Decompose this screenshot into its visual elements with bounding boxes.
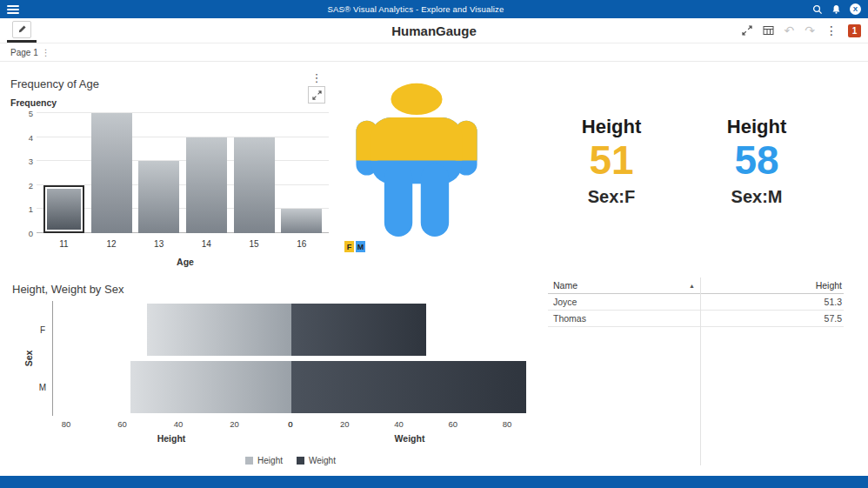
bf-height-bar-M[interactable] xyxy=(130,361,291,413)
kpi-female[interactable]: Height 51 Sex:F xyxy=(546,116,677,207)
bf-legend: HeightWeight xyxy=(52,456,529,465)
chart-menu-icon[interactable]: ⋮ xyxy=(311,72,323,84)
freq-xaxis-title: Age xyxy=(37,257,334,267)
more-options-icon[interactable]: ⋮ xyxy=(825,24,838,37)
freq-bar-age-13[interactable] xyxy=(138,161,179,233)
freq-ytick-label: 3 xyxy=(21,157,33,166)
freq-ytick-label: 5 xyxy=(21,109,33,118)
search-icon[interactable] xyxy=(812,4,823,15)
table-body: Joyce51.3Thomas57.5 xyxy=(548,294,844,327)
figure-head xyxy=(391,84,442,115)
app-header: SAS® Visual Analytics - Explore and Visu… xyxy=(0,0,868,18)
height-table: Name ▲ Height Joyce51.3Thomas57.5 xyxy=(548,277,844,327)
gauge-legend-m: M xyxy=(356,241,365,252)
freq-ytick-label: 4 xyxy=(21,133,33,143)
table-cell-height: 51.3 xyxy=(700,294,844,310)
page-tab-bar: Page 1 ⋮ xyxy=(0,43,868,62)
sort-ascending-icon[interactable]: ▲ xyxy=(689,283,695,289)
kpi-value: 51 xyxy=(546,138,677,184)
edit-pencil-icon[interactable] xyxy=(12,21,31,38)
bf-tick-label: 20 xyxy=(340,419,350,429)
table-header: Name ▲ Height xyxy=(548,277,844,294)
freq-bar-age-11[interactable] xyxy=(43,185,84,233)
legend-swatch xyxy=(297,457,304,465)
legend-swatch xyxy=(245,457,253,465)
bf-row-F: F xyxy=(53,301,529,358)
undo-icon[interactable]: ↶ xyxy=(785,24,795,37)
bf-tick-label: 60 xyxy=(117,419,127,429)
app-title: SAS® Visual Analytics - Explore and Visu… xyxy=(19,4,812,14)
bf-tick-label: 20 xyxy=(230,419,239,429)
kpi-male[interactable]: Height 58 Sex:M xyxy=(691,116,822,207)
report-toolbar: HumanGauge ↶ ↷ ⋮ 1 xyxy=(0,18,868,43)
show-data-icon[interactable] xyxy=(763,25,774,36)
bf-category-label: M xyxy=(37,383,48,392)
notifications-bell-icon[interactable] xyxy=(831,4,841,15)
table-row[interactable]: Joyce51.3 xyxy=(548,294,844,311)
bf-tick-label: 40 xyxy=(394,419,404,429)
report-title: HumanGauge xyxy=(0,23,868,38)
freq-xtick-label: 14 xyxy=(183,239,230,249)
bf-weight-bar-M[interactable] xyxy=(291,361,526,413)
bf-ticks: 806040200020406080 xyxy=(52,419,529,431)
alert-badge[interactable]: 1 xyxy=(848,24,861,37)
kpi-title: Height xyxy=(691,116,822,138)
user-avatar[interactable]: X xyxy=(850,3,861,15)
legend-item-height: Height xyxy=(245,456,283,465)
freq-xtick-label: 15 xyxy=(230,239,278,249)
tab-menu-icon[interactable]: ⋮ xyxy=(42,48,50,57)
table-cell-name: Thomas xyxy=(548,311,700,326)
freq-bar-slot xyxy=(183,113,230,233)
chart-expand-icon[interactable] xyxy=(308,86,325,104)
freq-ytick-label: 0 xyxy=(21,229,33,238)
bf-weight-bar-F[interactable] xyxy=(291,304,426,356)
table-header-name[interactable]: Name ▲ xyxy=(548,277,700,293)
bf-body: Sex FM 806040200020406080 Height Weight xyxy=(52,301,529,445)
bf-right-half xyxy=(291,358,530,416)
bf-category-label: F xyxy=(37,325,48,335)
toolbar-actions: ↶ ↷ ⋮ 1 xyxy=(742,24,861,37)
table-row[interactable]: Thomas57.5 xyxy=(548,311,844,327)
bf-rows: FM xyxy=(52,301,529,416)
menu-icon[interactable] xyxy=(7,5,19,14)
kpi-title: Height xyxy=(546,116,677,138)
freq-xtick-label: 16 xyxy=(277,239,325,249)
kpi-subtitle: Sex:F xyxy=(546,187,677,207)
bf-tick-label: 80 xyxy=(62,419,71,429)
freq-bar-age-14[interactable] xyxy=(186,137,227,233)
bf-right-axis-title: Weight xyxy=(395,433,425,444)
bf-xaxis-titles: Height Weight xyxy=(52,433,529,445)
header-name-label: Name xyxy=(553,280,578,291)
human-figure xyxy=(346,81,487,238)
freq-ytick-label: 1 xyxy=(21,204,33,214)
freq-bar-slot xyxy=(230,113,278,233)
freq-bar-slot xyxy=(40,113,88,233)
app-header-icons: X xyxy=(812,3,861,15)
bf-height-bar-F[interactable] xyxy=(147,304,290,356)
human-gauge[interactable] xyxy=(346,81,487,242)
freq-xlabels: 111213141516 xyxy=(37,239,329,249)
freq-plot: 012345 xyxy=(37,113,329,233)
bf-yaxis-title: Sex xyxy=(23,351,34,367)
tab-page-1[interactable]: Page 1 xyxy=(10,48,38,57)
bf-tick-label: 40 xyxy=(174,419,184,429)
report-canvas: Frequency of Age Frequency 012345 111213… xyxy=(0,62,868,476)
gauge-legend: FM xyxy=(344,241,365,252)
legend-label: Height xyxy=(257,456,283,465)
freq-xtick-label: 13 xyxy=(135,239,183,249)
frequency-chart-panel: Frequency of Age Frequency 012345 111213… xyxy=(10,77,334,267)
bf-right-half xyxy=(291,301,530,358)
table-header-height[interactable]: Height xyxy=(700,277,844,293)
freq-bar-age-16[interactable] xyxy=(281,209,322,233)
legend-item-weight: Weight xyxy=(297,456,336,465)
chart-hover-toolbar: ⋮ xyxy=(306,70,327,105)
bottom-bar xyxy=(0,476,868,488)
freq-bar-age-12[interactable] xyxy=(91,113,132,233)
freq-bar-age-15[interactable] xyxy=(234,137,275,233)
butterfly-chart-panel: Height, Weight by Sex Sex FM 80604020002… xyxy=(12,283,556,465)
bf-row-M: M xyxy=(53,358,529,416)
freq-bars xyxy=(37,113,329,233)
bf-tick-label: 0 xyxy=(288,419,292,429)
redo-icon[interactable]: ↷ xyxy=(805,24,815,37)
maximize-icon[interactable] xyxy=(742,25,752,36)
